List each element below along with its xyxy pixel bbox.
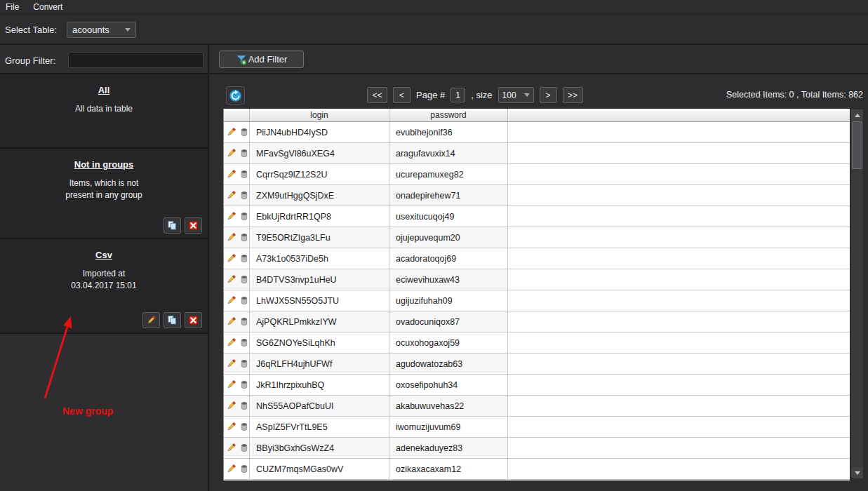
table-row[interactable]: PiiJN4ubHD4IySD evubihejonif36 (224, 122, 850, 143)
scroll-up-button[interactable] (851, 109, 863, 121)
table-row[interactable]: BByi3bGxhGsWzZ4 adenekaduyez83 (224, 438, 850, 459)
password-cell: ovadocuniqox87 (389, 311, 508, 332)
login-cell: SG6ZNOYeSiLqhKh (250, 332, 389, 353)
trash-icon (239, 337, 249, 348)
edit-row-button[interactable] (226, 443, 236, 454)
group-filter-input[interactable] (68, 52, 203, 68)
table-row[interactable]: CUZM7mqsMGas0wV ozikaxacaxam12 (224, 459, 850, 480)
table-row[interactable]: SG6ZNOYeSiLqhKh ocuxohogaxoj59 (224, 332, 850, 354)
group-item-all[interactable]: All All data in table (0, 74, 208, 147)
pencil-icon (226, 253, 236, 264)
copy-icon (167, 220, 178, 231)
edit-row-button[interactable] (226, 337, 236, 349)
table-row[interactable]: EbkUjRdrtRR1QP8 usexitucuqoj49 (224, 206, 850, 227)
trash-icon (239, 148, 249, 159)
filler-column-header (508, 109, 850, 121)
table-row[interactable]: ZXM9utHggQSjDxE onadepirehew71 (224, 185, 850, 206)
add-filter-button[interactable]: Add Filter (219, 51, 304, 68)
edit-row-button[interactable] (226, 464, 236, 475)
delete-row-button[interactable] (239, 316, 249, 328)
pencil-icon (226, 316, 236, 327)
delete-row-button[interactable] (239, 337, 249, 349)
delete-row-button[interactable] (239, 169, 249, 180)
edit-group-button[interactable] (142, 312, 160, 328)
delete-row-button[interactable] (239, 358, 249, 370)
table-row[interactable]: A73k1o0537iDe5h acadoratoqoj69 (224, 248, 850, 269)
delete-row-button[interactable] (239, 253, 249, 264)
delete-row-button[interactable] (239, 379, 249, 391)
delete-row-button[interactable] (239, 274, 249, 285)
login-column-header[interactable]: login (250, 109, 389, 121)
scrollbar-thumb[interactable] (852, 121, 862, 169)
edit-row-button[interactable] (226, 127, 236, 138)
page-number-input[interactable] (450, 88, 465, 102)
edit-row-button[interactable] (226, 379, 236, 391)
delete-row-button[interactable] (239, 464, 249, 475)
edit-row-button[interactable] (226, 295, 236, 307)
scroll-down-button[interactable] (851, 467, 863, 478)
password-cell: evubihejonif36 (389, 122, 508, 142)
delete-row-button[interactable] (239, 211, 249, 222)
table-row[interactable]: T9E5ORtZIga3LFu ojujepuvequm20 (224, 227, 850, 248)
filler-cell (508, 122, 850, 142)
edit-row-button[interactable] (226, 253, 236, 264)
chevron-down-icon (524, 93, 530, 97)
filler-cell (508, 354, 850, 374)
delete-group-button[interactable] (185, 217, 202, 234)
table-row[interactable]: JkR1IhrzpixuhBQ oxosefipohuh34 (224, 375, 850, 396)
edit-row-button[interactable] (226, 169, 236, 180)
delete-group-button[interactable] (185, 312, 202, 328)
filler-cell (508, 185, 850, 206)
table-row[interactable]: NhS55AOPafCbuUI akabuwuvehas22 (224, 396, 850, 417)
first-page-button[interactable]: << (367, 87, 387, 103)
edit-row-button[interactable] (226, 422, 236, 433)
last-page-button[interactable]: >> (563, 87, 583, 103)
table-row[interactable]: AjPQKRLPmkkzIYW ovadocuniqox87 (224, 311, 850, 332)
delete-row-button[interactable] (239, 232, 249, 243)
page-size-select[interactable]: 100 (498, 87, 534, 103)
next-page-button[interactable]: > (540, 87, 557, 103)
table-row[interactable]: J6qRLFH4ujhUFWf agudowatozab63 (224, 354, 850, 375)
prev-page-button[interactable]: < (393, 87, 410, 103)
arrow-down-icon (855, 471, 860, 475)
delete-row-button[interactable] (239, 422, 249, 433)
pencil-icon (226, 295, 236, 306)
filler-cell (508, 438, 850, 458)
delete-row-button[interactable] (239, 127, 249, 138)
table-select-dropdown[interactable]: acoounts (67, 22, 136, 38)
password-column-header[interactable]: password (389, 109, 508, 121)
copy-group-button[interactable] (163, 312, 181, 328)
delete-row-button[interactable] (239, 401, 249, 412)
delete-row-button[interactable] (239, 190, 249, 201)
menu-file[interactable]: File (0, 0, 26, 15)
edit-row-button[interactable] (226, 358, 236, 370)
group-item-not-in-groups[interactable]: Not in groups Items, which is not presen… (0, 149, 208, 238)
menu-convert[interactable]: Convert (26, 0, 69, 15)
edit-row-button[interactable] (226, 148, 236, 159)
table-row[interactable]: CqrrSqz9lZ12S2U ucurepamuxeg82 (224, 164, 850, 185)
edit-row-button[interactable] (226, 316, 236, 328)
refresh-button[interactable] (226, 86, 245, 105)
table-row[interactable]: LhWJX5SN55O5JTU ugijuzifuhah09 (224, 290, 850, 311)
trash-icon (239, 211, 249, 222)
status-items-count: Selected Items: 0 , Total Items: 862 (726, 90, 863, 100)
copy-group-button[interactable] (163, 217, 181, 234)
edit-row-button[interactable] (226, 401, 236, 412)
vertical-scrollbar[interactable] (850, 109, 864, 479)
delete-row-button[interactable] (239, 443, 249, 454)
table-row[interactable]: MFavSgVl86uXEG4 aragufavuxix14 (224, 143, 850, 164)
table-row[interactable]: ASpIZ5FVrTtL9E5 iwomuzijuvum69 (224, 417, 850, 438)
edit-row-button[interactable] (226, 211, 236, 222)
table-row[interactable]: B4DTVS3nvp1uHeU eciwevihuxaw43 (224, 269, 850, 290)
login-cell: JkR1IhrzpixuhBQ (250, 375, 389, 395)
page-size-label: , size (471, 90, 492, 100)
delete-row-button[interactable] (239, 295, 249, 307)
trash-icon (239, 253, 249, 264)
delete-row-button[interactable] (239, 148, 249, 159)
icons-column-header (224, 109, 250, 121)
edit-row-button[interactable] (226, 190, 236, 201)
edit-row-button[interactable] (226, 274, 236, 285)
group-item-csv[interactable]: Csv Imported at 03.04.2017 15:01 (0, 239, 208, 332)
edit-row-button[interactable] (226, 232, 236, 243)
annotation-label: New group (62, 405, 113, 417)
